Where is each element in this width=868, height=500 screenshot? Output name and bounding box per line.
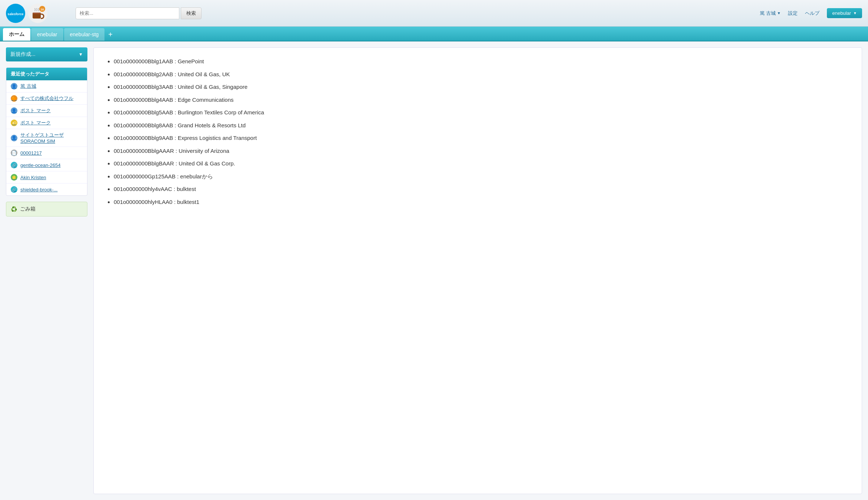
svg-text:16: 16	[41, 8, 44, 11]
list-item[interactable]: 001o0000000hly4vAAC : bulktest	[114, 183, 851, 196]
tab-enebular[interactable]: enebular	[31, 28, 63, 41]
user-link-label: 篤 古城	[760, 10, 776, 17]
trash-icon: ♻️	[11, 206, 17, 212]
tag-icon: 🏷	[11, 120, 17, 126]
star-icon: 🌟	[11, 174, 17, 181]
list-item[interactable]: 🏷 ポスト マーク	[6, 117, 87, 129]
main-layout: 新規作成... ▼ 最近使ったデータ 👤 篤 古城 🔶 すべての株式会社ウフル …	[0, 41, 868, 500]
recent-header: 最近使ったデータ	[6, 68, 87, 80]
recent-item-label: shielded-brook-...	[20, 187, 57, 192]
new-create-button[interactable]: 新規作成... ▼	[6, 47, 87, 61]
recent-header-label: 最近使ったデータ	[11, 71, 49, 77]
list-item[interactable]: 🌟 Akin Kristen	[6, 171, 87, 184]
list-item[interactable]: 001o0000000Bblg1AAB : GenePoint	[114, 55, 851, 68]
list-item[interactable]: 001o0000000Bblg2AAB : United Oil & Gas, …	[114, 68, 851, 81]
tab-enebular-label: enebular	[37, 31, 57, 37]
tab-add-button[interactable]: +	[105, 28, 116, 41]
help-link[interactable]: ヘルプ	[805, 10, 819, 17]
tab-home[interactable]: ホーム	[3, 28, 30, 41]
list-item[interactable]: 001o0000000Bblg3AAB : United Oil & Gas, …	[114, 81, 851, 94]
new-create-label: 新規作成...	[10, 51, 36, 58]
list-item[interactable]: 001o0000000BblgAAAR : University of Ariz…	[114, 145, 851, 158]
tab-home-label: ホーム	[9, 31, 24, 38]
search-button[interactable]: 検索	[181, 7, 202, 19]
recent-item-label: Akin Kristen	[20, 175, 46, 180]
salesforce-logo: salesforce	[6, 4, 25, 23]
list-item[interactable]: 001o0000000Bblg9AAB : Express Logistics …	[114, 132, 851, 145]
recent-item-label: サイトゲストユーザ SORACOM SIM	[20, 132, 83, 144]
recent-item-label: ポスト マーク	[20, 120, 51, 126]
list-item[interactable]: 001o0000000Bblg4AAB : Edge Communication…	[114, 94, 851, 107]
trash-section[interactable]: ♻️ ごみ箱	[6, 202, 87, 217]
person-icon: 👤	[11, 135, 17, 141]
recent-item-label: すべての株式会社ウフル	[20, 95, 73, 102]
doc-icon: 📄	[11, 150, 17, 156]
user-link[interactable]: 篤 古城 ▼	[760, 10, 781, 17]
user-button-label: enebular	[832, 10, 851, 16]
recent-item-label: 篤 古城	[20, 83, 36, 90]
person-icon: 👤	[11, 83, 17, 90]
list-item[interactable]: 👤 篤 古城	[6, 80, 87, 93]
recent-item-label: gentle-ocean-2654	[20, 162, 60, 168]
recent-item-label: ポスト マーク	[20, 107, 51, 114]
recent-item-label: 00001217	[20, 150, 42, 156]
list-item[interactable]: 🔗 gentle-ocean-2654	[6, 159, 87, 171]
settings-label: 設定	[788, 10, 798, 17]
user-link-arrow: ▼	[777, 11, 781, 15]
list-item[interactable]: 👤 サイトゲストユーザ SORACOM SIM	[6, 129, 87, 147]
tab-bar: ホーム enebular enebular-stg +	[0, 27, 868, 41]
list-item[interactable]: 👤 ポスト マーク	[6, 105, 87, 117]
tab-enebular-stg[interactable]: enebular-stg	[64, 28, 105, 41]
user-dropdown-arrow: ▼	[853, 11, 857, 15]
search-area: 検索	[76, 7, 202, 19]
svg-rect-4	[33, 13, 41, 14]
list-item[interactable]: 🔗 shielded-brook-...	[6, 184, 87, 195]
account-list: 001o0000000Bblg1AAB : GenePoint 001o0000…	[105, 55, 851, 208]
list-item[interactable]: 001o0000000Bblg5AAB : Burlington Textile…	[114, 106, 851, 119]
list-item[interactable]: 001o0000000hlyHLAA0 : bulktest1	[114, 196, 851, 209]
link-icon: 🔗	[11, 186, 17, 193]
new-create-arrow: ▼	[79, 52, 83, 57]
settings-link[interactable]: 設定	[788, 10, 798, 17]
list-item[interactable]: 🔶 すべての株式会社ウフル	[6, 93, 87, 105]
header-right: 篤 古城 ▼ 設定 ヘルプ enebular ▼	[760, 8, 862, 18]
link-icon: 🔗	[11, 162, 17, 168]
search-input[interactable]	[76, 7, 179, 19]
list-item[interactable]: 001o0000000Gp125AAB : enebularから	[114, 170, 851, 183]
tab-add-icon: +	[108, 30, 113, 38]
trash-label: ごみ箱	[20, 206, 36, 212]
list-item[interactable]: 001o0000000BblgBAAR : United Oil & Gas C…	[114, 157, 851, 170]
list-item[interactable]: 📄 00001217	[6, 147, 87, 159]
org-icon: 🔶	[11, 95, 17, 102]
tab-enebular-stg-label: enebular-stg	[70, 31, 99, 37]
list-item[interactable]: 001o0000000Bblg8AAB : Grand Hotels & Res…	[114, 119, 851, 132]
header: salesforce 16 検索	[0, 0, 868, 27]
help-label: ヘルプ	[805, 10, 819, 17]
coffee-icon: 16	[28, 4, 47, 23]
recent-section: 最近使ったデータ 👤 篤 古城 🔶 すべての株式会社ウフル 👤 ポスト マーク …	[6, 67, 87, 196]
user-button[interactable]: enebular ▼	[827, 8, 862, 18]
person-icon: 👤	[11, 107, 17, 114]
svg-text:salesforce: salesforce	[8, 12, 24, 16]
content-area: 001o0000000Bblg1AAB : GenePoint 001o0000…	[93, 47, 862, 494]
logo-area: salesforce 16	[6, 4, 47, 23]
sidebar: 新規作成... ▼ 最近使ったデータ 👤 篤 古城 🔶 すべての株式会社ウフル …	[6, 47, 87, 494]
